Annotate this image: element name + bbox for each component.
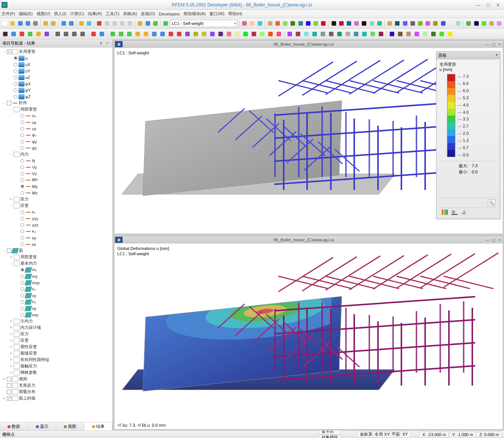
toolbar-d5-icon[interactable] bbox=[496, 20, 502, 27]
toolbar-s10-icon[interactable] bbox=[361, 30, 368, 38]
tree-item[interactable]: φZ bbox=[0, 93, 112, 100]
tree-item[interactable]: +准则 bbox=[0, 376, 112, 382]
toolbar-save-icon[interactable] bbox=[17, 20, 23, 27]
toolbar-a7-icon[interactable] bbox=[312, 20, 319, 27]
toolbar-s4-icon[interactable] bbox=[311, 30, 318, 38]
toolbar-r5-icon[interactable] bbox=[225, 30, 233, 38]
nav-tab-结果[interactable]: 结果 bbox=[85, 423, 113, 430]
toolbar-c7-icon[interactable] bbox=[432, 20, 439, 27]
nav-tab-视图[interactable]: 视图 bbox=[56, 423, 85, 430]
toolbar-paste-icon[interactable] bbox=[50, 20, 57, 27]
toolbar-find-icon[interactable] bbox=[78, 20, 85, 27]
tree-item[interactable]: φₓ bbox=[0, 132, 112, 138]
viewport-results[interactable]: ▦ 86_Boiler_house_(C)www.ag-i.si — ▢ × G… bbox=[114, 236, 503, 430]
tree-item[interactable]: Vy bbox=[0, 164, 112, 170]
toolbar-r2-icon[interactable] bbox=[200, 30, 208, 38]
toolbar-b1-icon[interactable] bbox=[330, 20, 337, 27]
tree-item[interactable]: Mᴛ bbox=[0, 177, 112, 183]
vp1-close-icon[interactable]: × bbox=[497, 42, 502, 47]
tree-item[interactable]: +局部变形 bbox=[0, 254, 112, 260]
loadcase-combo[interactable]: LC1 - Self-weight bbox=[170, 20, 238, 27]
toolbar-r10-icon[interactable] bbox=[267, 30, 274, 38]
toolbar-a4-icon[interactable] bbox=[289, 20, 296, 27]
toolbar-c4-icon[interactable] bbox=[409, 20, 416, 27]
tree-item[interactable]: +各向同性面特征 bbox=[0, 356, 112, 363]
tree-item[interactable]: 荷载分布 bbox=[0, 389, 112, 395]
toolbar-axis-icon[interactable] bbox=[90, 30, 97, 38]
nav-tab-数据[interactable]: 数据 bbox=[0, 423, 28, 430]
toolbar-a6-icon[interactable] bbox=[305, 20, 312, 27]
minimize-button[interactable]: — bbox=[474, 2, 483, 8]
tree-item[interactable]: κₓ bbox=[0, 228, 112, 234]
tree-item[interactable]: u bbox=[0, 55, 112, 61]
tree-item[interactable]: uZ bbox=[0, 74, 112, 80]
menu-item[interactable]: 编辑(E) bbox=[19, 11, 33, 17]
toolbar-c2-icon[interactable] bbox=[394, 20, 401, 27]
toolbar-w7-icon[interactable] bbox=[159, 30, 166, 38]
toolbar-r3-icon[interactable] bbox=[209, 30, 216, 38]
toolbar-d3-icon[interactable] bbox=[481, 20, 487, 27]
tree-item[interactable]: uₓ bbox=[0, 113, 112, 119]
tree-item[interactable]: γxz bbox=[0, 222, 112, 228]
tree-item[interactable]: +塑性应变 bbox=[0, 344, 112, 350]
toolbar-b6-icon[interactable] bbox=[369, 20, 375, 27]
toolbar-ext-icon[interactable] bbox=[18, 30, 26, 38]
toolbar-d2-icon[interactable] bbox=[473, 20, 479, 27]
toolbar-zm-icon[interactable] bbox=[43, 30, 51, 38]
results-panel[interactable]: 面板 × 全局变形 u [mm] 7.36.66.05.34.64.03.32.… bbox=[436, 51, 500, 219]
toolbar-d4-icon[interactable] bbox=[488, 20, 495, 27]
menu-item[interactable]: 窗口(W) bbox=[209, 11, 224, 17]
toolbar-t2-icon[interactable] bbox=[396, 30, 404, 38]
toolbar-r8-icon[interactable] bbox=[250, 30, 258, 38]
tree-item[interactable]: +主内力 bbox=[0, 318, 112, 324]
loadcase-icon[interactable] bbox=[162, 20, 169, 27]
maximize-button[interactable]: ▢ bbox=[484, 2, 493, 8]
navigator-close-icon[interactable]: × bbox=[105, 41, 110, 45]
tree-item[interactable]: uY bbox=[0, 68, 112, 74]
toolbar-w9-icon[interactable] bbox=[175, 30, 183, 38]
tree-item[interactable]: +应力 bbox=[0, 331, 112, 337]
toolbar-print-icon[interactable] bbox=[32, 20, 39, 27]
menu-item[interactable]: 插入(I) bbox=[54, 11, 66, 17]
tree-item[interactable]: -面 bbox=[0, 247, 112, 254]
toolbar-r7-icon[interactable] bbox=[242, 30, 249, 38]
toolbar-sel-icon[interactable] bbox=[10, 30, 17, 38]
toolbar-r1-icon[interactable] bbox=[192, 30, 200, 38]
toolbar-c6-icon[interactable] bbox=[424, 20, 431, 27]
navigator-dropdown-icon[interactable]: ▾ bbox=[98, 41, 104, 46]
toolbar-s2-icon[interactable] bbox=[294, 30, 302, 38]
close-button[interactable]: X bbox=[493, 2, 502, 8]
toolbar-zoom-icon[interactable] bbox=[86, 20, 92, 27]
toolbar-v2-icon[interactable] bbox=[62, 30, 70, 38]
toolbar-w8-icon[interactable] bbox=[167, 30, 175, 38]
tree-item[interactable]: +应变 bbox=[0, 337, 112, 344]
toolbar-s12-icon[interactable] bbox=[377, 30, 385, 38]
toolbar-v4-icon[interactable] bbox=[79, 30, 86, 38]
tree-item[interactable]: uy bbox=[0, 119, 112, 125]
menu-item[interactable]: 结果(R) bbox=[88, 11, 102, 17]
tree-item[interactable]: Mz bbox=[0, 190, 112, 196]
toolbar-a5-icon[interactable] bbox=[297, 20, 304, 27]
tree-item[interactable]: -杆件 bbox=[0, 100, 112, 106]
tree-item[interactable]: -基本内力 bbox=[0, 260, 112, 267]
toolbar-s1-icon[interactable] bbox=[286, 30, 293, 38]
menu-item[interactable]: 附加模块(A) bbox=[184, 11, 206, 17]
tree-item[interactable]: My bbox=[0, 183, 112, 190]
vp2-close-icon[interactable]: × bbox=[497, 237, 502, 242]
toolbar-c3-icon[interactable] bbox=[401, 20, 408, 27]
toolbar-cur-icon[interactable] bbox=[2, 30, 9, 38]
toolbar-b3-icon[interactable] bbox=[346, 20, 352, 27]
tree-item[interactable]: +接触应力 bbox=[0, 363, 112, 369]
toolbar-a1-icon[interactable] bbox=[267, 20, 274, 27]
tree-item[interactable]: vy bbox=[0, 292, 112, 299]
menu-item[interactable]: Developers bbox=[159, 12, 180, 16]
toolbar-r9-icon[interactable] bbox=[258, 30, 266, 38]
toolbar-nav-prev-icon[interactable] bbox=[249, 20, 255, 27]
toolbar-v3-icon[interactable] bbox=[71, 30, 78, 38]
toolbar-t3-icon[interactable] bbox=[152, 20, 159, 27]
vp1-min-icon[interactable]: — bbox=[485, 42, 490, 47]
toolbar-w10-icon[interactable] bbox=[184, 30, 191, 38]
toolbar-t1-icon[interactable] bbox=[388, 30, 396, 38]
toolbar-a3-icon[interactable] bbox=[282, 20, 289, 27]
panel-zoom-icon[interactable]: 🔍 bbox=[488, 199, 495, 206]
